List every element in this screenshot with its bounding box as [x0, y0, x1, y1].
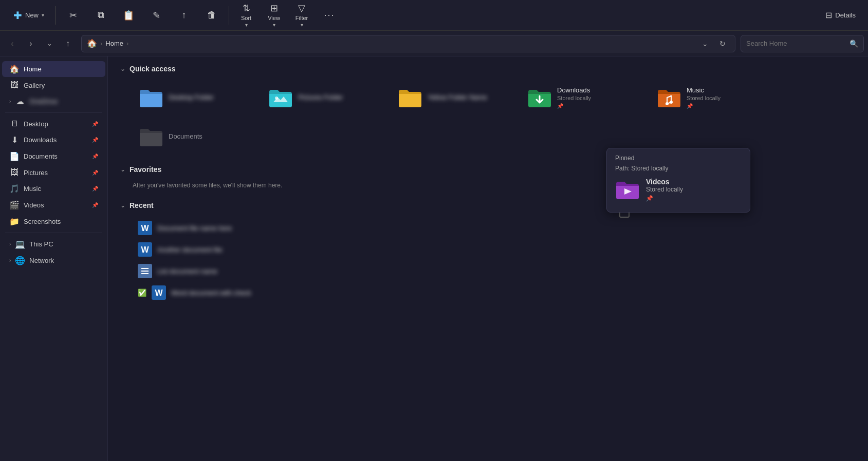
cut-button[interactable]: ✂: [60, 8, 86, 23]
folder-item-downloads[interactable]: Downloads Stored locally 📌: [521, 81, 644, 114]
folder-downloads-info: Downloads Stored locally 📌: [557, 86, 591, 109]
folder-music-icon: [657, 87, 681, 108]
recent-name-4: Word document with check: [171, 289, 851, 297]
sidebar-item-videos[interactable]: 🎬 Videos 📌: [2, 197, 105, 213]
details-button[interactable]: ⊟ Details: [819, 8, 862, 22]
folder-item-desktop[interactable]: Desktop Folder: [133, 81, 256, 114]
folder-documents-icon: [139, 126, 163, 147]
sidebar-item-gallery[interactable]: 🖼 Gallery: [2, 78, 105, 93]
sidebar-item-desktop[interactable]: 🖥 Desktop 📌: [2, 116, 105, 131]
sidebar-downloads-label: Downloads: [24, 136, 88, 144]
sort-label: Sort: [241, 15, 251, 21]
sidebar-item-documents[interactable]: 📄 Documents 📌: [2, 148, 105, 164]
folder-item-music[interactable]: Music Stored locally 📌: [651, 81, 774, 114]
view-label: View: [268, 15, 280, 21]
favorites-chevron-icon: ⌄: [120, 166, 125, 173]
status-check-icon: ✅: [138, 289, 146, 297]
svg-point-2: [670, 101, 673, 104]
back-button[interactable]: ‹: [4, 35, 21, 52]
address-dropdown-button[interactable]: ⌄: [698, 36, 712, 51]
search-input[interactable]: [746, 40, 846, 47]
tooltip-pinned-label: Pinned: [615, 155, 742, 162]
filter-chevron-icon: ▾: [301, 22, 303, 28]
copy-button[interactable]: ⧉: [88, 8, 114, 23]
paste-button[interactable]: 📋: [116, 8, 141, 23]
documents-icon: 📄: [9, 151, 20, 161]
paste-icon: 📋: [123, 10, 134, 21]
breadcrumb-home: Home: [105, 40, 123, 47]
new-label: New: [25, 11, 39, 19]
sort-button[interactable]: ⇅ Sort ▾: [233, 1, 259, 30]
recent-item-4[interactable]: ✅ W Word document with check: [133, 282, 856, 303]
view-button[interactable]: ⊞ View ▾: [261, 1, 287, 30]
folder-pictures-name: Pictures Folder: [298, 93, 343, 101]
delete-button[interactable]: 🗑: [199, 8, 225, 23]
sidebar-item-network[interactable]: › 🌐 Network: [2, 253, 105, 268]
sidebar-thispc-label: This PC: [29, 240, 98, 248]
recent-item-3[interactable]: List document name: [133, 261, 856, 281]
forward-button[interactable]: ›: [23, 35, 39, 52]
tooltip-title: Videos: [646, 178, 683, 186]
folder-item-pictures[interactable]: Pictures Folder: [262, 81, 385, 114]
quick-access-title: Quick access: [130, 65, 176, 73]
rename-button[interactable]: ✎: [143, 8, 169, 23]
recent-chevron-icon: ⌄: [120, 202, 125, 209]
recent-item-1[interactable]: W Document file name here: [133, 218, 856, 238]
new-chevron-icon: ▾: [42, 12, 44, 18]
folder-music-icon-wrap: [657, 85, 681, 110]
tooltip-pin: 📌: [646, 195, 683, 202]
network-expand-icon: ›: [9, 258, 11, 263]
sidebar-item-music[interactable]: 🎵 Music 📌: [2, 181, 105, 197]
recent-icon-3: [138, 264, 152, 278]
more-button[interactable]: ···: [317, 8, 342, 23]
svg-point-0: [275, 97, 278, 100]
sidebar-item-downloads[interactable]: ⬇ Downloads 📌: [2, 132, 105, 148]
folder-yellow-icon: [398, 87, 422, 108]
folder-downloads-icon: [527, 87, 552, 108]
sidebar-item-onedrive[interactable]: › ☁ OneDrive: [2, 93, 105, 109]
quick-access-header[interactable]: ⌄ Quick access: [120, 65, 856, 73]
sidebar-item-home[interactable]: 🏠 Home: [2, 61, 105, 77]
tooltip-info: Videos Stored locally 📌: [646, 178, 683, 202]
folder-downloads-sub: Stored locally: [557, 95, 591, 101]
tooltip-sub: Stored locally: [646, 186, 683, 193]
desktop-pin-icon: 📌: [92, 121, 98, 127]
svg-point-1: [666, 102, 669, 105]
history-button[interactable]: ⌄: [41, 35, 58, 52]
folder-documents-icon-wrap: [139, 124, 163, 149]
folder-music-sub: Stored locally: [687, 95, 721, 101]
address-bar[interactable]: 🏠 › Home › ⌄ ↻: [81, 35, 735, 52]
sidebar-videos-label: Videos: [24, 201, 88, 209]
details-label: Details: [835, 11, 856, 19]
sidebar-item-pictures[interactable]: 🖼 Pictures 📌: [2, 165, 105, 180]
folder-documents-name: Documents: [169, 132, 202, 140]
recent-list: W Document file name here W Another docu…: [133, 218, 856, 303]
folder-item-yellow[interactable]: Yellow Folder Name: [392, 81, 515, 114]
sidebar-screenshots-label: Screenshots: [24, 218, 98, 225]
sidebar-item-screenshots[interactable]: 📁 Screenshots: [2, 214, 105, 229]
sidebar-divider1: [5, 112, 102, 113]
folder-music-name: Music: [687, 86, 721, 94]
screenshots-icon: 📁: [9, 217, 20, 226]
folder-music-info: Music Stored locally 📌: [687, 86, 721, 109]
content-area: ⌄ Quick access Desktop Folder: [108, 56, 868, 461]
share-button[interactable]: ↑: [171, 8, 197, 23]
recent-icon-1: W: [138, 221, 152, 235]
up-button[interactable]: ↑: [60, 35, 76, 52]
word-icon-1: W: [138, 221, 152, 235]
sidebar-item-this-pc[interactable]: › 💻 This PC: [2, 236, 105, 252]
folder-item-documents[interactable]: Documents: [133, 120, 256, 153]
documents-pin-icon: 📌: [92, 153, 98, 159]
recent-item-2[interactable]: W Another document file: [133, 239, 856, 260]
new-button[interactable]: ✚ New ▾: [6, 6, 51, 25]
downloads-icon: ⬇: [9, 135, 20, 145]
folder-yellow-info: Yellow Folder Name: [428, 93, 487, 102]
sidebar-onedrive-label: OneDrive: [29, 98, 98, 105]
filter-button[interactable]: ▽ Filter ▾: [289, 1, 315, 30]
refresh-button[interactable]: ↻: [715, 36, 730, 51]
search-box[interactable]: 🔍: [741, 35, 864, 52]
recent-name-1: Document file name here: [157, 224, 851, 232]
folder-pictures-icon: [268, 87, 293, 108]
recent-section: ⌄ Recent W Document file name here: [120, 201, 856, 303]
sidebar-gallery-label: Gallery: [24, 82, 98, 89]
